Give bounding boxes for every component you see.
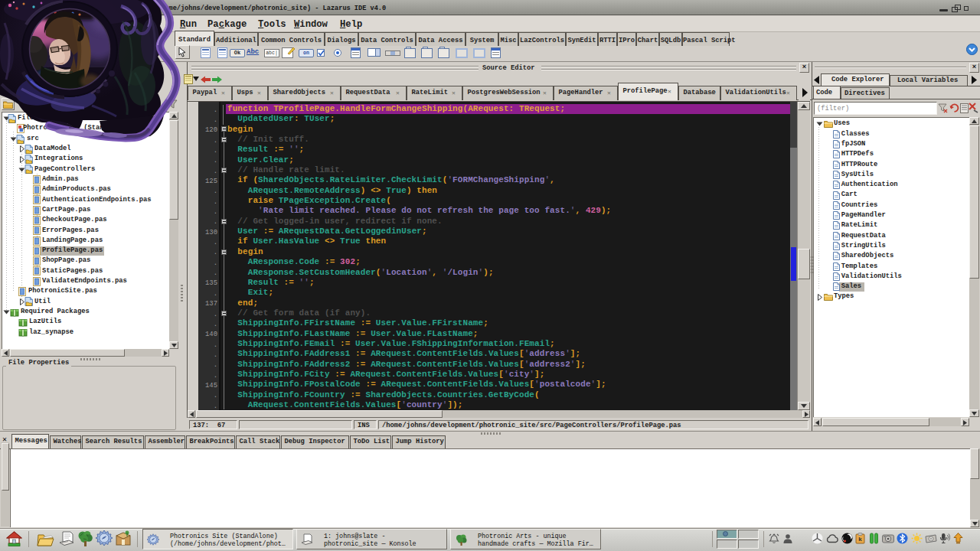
svg-text:k: k [858,536,862,543]
